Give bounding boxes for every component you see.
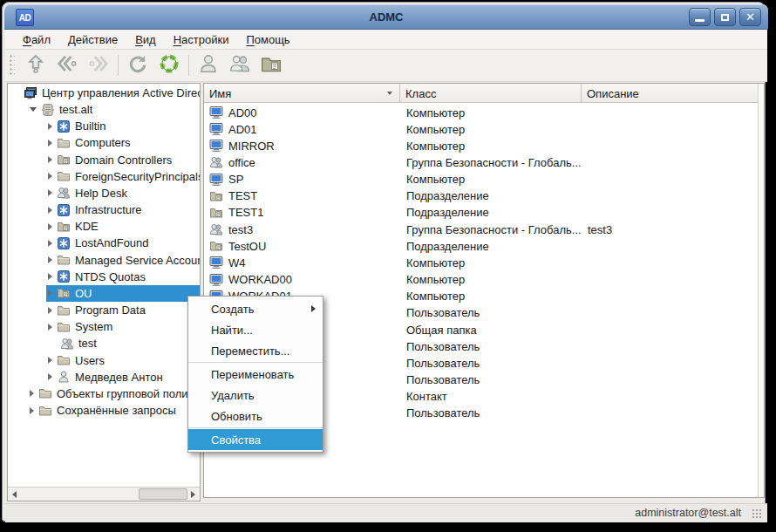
tree-horizontal-scrollbar[interactable] bbox=[8, 487, 200, 501]
minimize-button[interactable] bbox=[689, 8, 711, 26]
menu-item-properties[interactable]: Свойства bbox=[188, 429, 323, 450]
expander-collapsed-icon[interactable] bbox=[48, 140, 52, 147]
tree-item-infrastructure[interactable]: Infrastructure bbox=[8, 201, 200, 218]
create-ou-button[interactable] bbox=[255, 51, 287, 79]
tree-item-медведев-антон[interactable]: Медведев Антон bbox=[8, 369, 200, 385]
refresh-button[interactable] bbox=[122, 51, 153, 79]
expander-collapsed-icon[interactable] bbox=[48, 273, 52, 280]
arrow-right-icon bbox=[191, 491, 195, 498]
results-scrollbar-gutter[interactable] bbox=[758, 84, 764, 497]
table-row-w4[interactable]: W4Компьютер bbox=[204, 255, 759, 271]
tree-item-help-desk[interactable]: Help Desk bbox=[8, 185, 200, 201]
table-row-ad00[interactable]: AD00Компьютер bbox=[204, 105, 759, 121]
table-row-ad01[interactable]: AD01Компьютер bbox=[204, 121, 759, 138]
tree-item-kde[interactable]: KDE bbox=[8, 218, 200, 235]
forward-button[interactable] bbox=[83, 51, 114, 79]
tree-item-lostandfound[interactable]: LostAndFound bbox=[8, 235, 200, 251]
logged-in-user: administrator@test.alt bbox=[635, 507, 741, 519]
table-row-mirror[interactable]: MIRRORКомпьютер bbox=[204, 138, 759, 154]
table-row-workad00[interactable]: WORKAD00Компьютер bbox=[204, 271, 759, 288]
expander-collapsed-icon[interactable] bbox=[30, 407, 34, 414]
tree-item-managed-service-accounts[interactable]: Managed Service Accounts bbox=[8, 252, 200, 269]
expander-collapsed-icon[interactable] bbox=[48, 223, 52, 230]
menubar-item-file[interactable]: Файл bbox=[16, 31, 58, 48]
tree-item-test[interactable]: test bbox=[8, 335, 200, 351]
cell-class: Компьютер bbox=[406, 256, 465, 269]
tree-item-ntds-quotas[interactable]: NTDS Quotas bbox=[8, 269, 200, 285]
tree-item-label: LostAndFound bbox=[75, 236, 149, 249]
forward-icon bbox=[87, 52, 110, 78]
tree-item-program-data[interactable]: Program Data bbox=[8, 302, 200, 318]
tree-item-system[interactable]: System bbox=[8, 318, 200, 335]
expander-collapsed-icon[interactable] bbox=[48, 156, 52, 163]
expander-collapsed-icon[interactable] bbox=[48, 324, 52, 331]
cell-name: W4 bbox=[228, 256, 246, 269]
menubar-item-help[interactable]: Помощь bbox=[239, 31, 296, 48]
expander-collapsed-icon[interactable] bbox=[48, 207, 52, 214]
expander-expanded-icon[interactable] bbox=[30, 107, 37, 112]
create-user-button[interactable] bbox=[193, 51, 224, 79]
computer-icon bbox=[209, 106, 223, 119]
go-up-button[interactable] bbox=[20, 51, 51, 79]
expander-collapsed-icon[interactable] bbox=[48, 373, 52, 380]
table-row-office[interactable]: officeГруппа Безопасности - Глобаль... bbox=[204, 154, 759, 171]
tree-item-domain-controllers[interactable]: Domain Controllers bbox=[8, 152, 200, 168]
tree-item-label: Help Desk bbox=[75, 187, 127, 200]
table-row-test1[interactable]: TEST1Подразделение bbox=[204, 204, 759, 221]
tree-item-ou[interactable]: OU bbox=[8, 285, 200, 302]
expander-collapsed-icon[interactable] bbox=[30, 390, 34, 397]
domain-icon bbox=[41, 103, 55, 117]
scroll-left-button[interactable] bbox=[8, 488, 21, 501]
column-header-name[interactable]: Имя bbox=[204, 84, 400, 103]
expander-collapsed-icon[interactable] bbox=[48, 307, 52, 314]
expander-collapsed-icon[interactable] bbox=[48, 357, 52, 364]
create-user-icon bbox=[197, 52, 220, 78]
menu-item-refresh[interactable]: Обновить bbox=[188, 406, 323, 426]
cell-class: Подразделение bbox=[406, 206, 489, 219]
close-button[interactable]: ✕ bbox=[739, 8, 761, 26]
tree-item-foreignsecurityprincipals[interactable]: ForeignSecurityPrincipals bbox=[8, 168, 200, 185]
menu-item-rename[interactable]: Переименовать bbox=[188, 364, 323, 385]
tree-item-label: Builtin bbox=[75, 119, 106, 133]
table-row-sp[interactable]: SPКомпьютер bbox=[204, 171, 759, 188]
expander-collapsed-icon[interactable] bbox=[48, 256, 52, 263]
expander-collapsed-icon[interactable] bbox=[48, 290, 52, 297]
tree-item-builtin[interactable]: Builtin bbox=[8, 118, 200, 134]
titlebar[interactable]: AD ADMC ✕ bbox=[4, 4, 768, 30]
expander-collapsed-icon[interactable] bbox=[48, 240, 52, 247]
table-row-test[interactable]: TESTПодразделение bbox=[204, 188, 759, 204]
cell-description: test3 bbox=[588, 223, 612, 236]
back-button[interactable] bbox=[51, 51, 83, 79]
expander-collapsed-icon[interactable] bbox=[48, 123, 52, 130]
scroll-right-button[interactable] bbox=[187, 488, 200, 501]
tree-item-центр-управления-active-directo[interactable]: Центр управления Active Directo bbox=[8, 85, 200, 101]
menu-item-find[interactable]: Найти... bbox=[188, 319, 323, 340]
submenu-arrow-icon bbox=[311, 305, 316, 312]
menu-separator bbox=[188, 362, 323, 363]
tree-item-computers[interactable]: Computers bbox=[8, 134, 200, 151]
maximize-button[interactable] bbox=[714, 8, 736, 26]
menu-item-delete[interactable]: Удалить bbox=[188, 385, 323, 406]
menu-item-create[interactable]: Создать bbox=[188, 298, 323, 319]
toolbar-drag-handle[interactable] bbox=[9, 54, 15, 77]
options-button[interactable] bbox=[153, 51, 185, 79]
menu-item-move[interactable]: Переместить... bbox=[188, 340, 323, 361]
menubar-item-settings[interactable]: Настройки bbox=[167, 31, 236, 48]
tree-item-объекты-групповой-полит[interactable]: Объекты групповой полит bbox=[8, 385, 200, 402]
column-header-label: Класс bbox=[405, 87, 436, 100]
expander-collapsed-icon[interactable] bbox=[48, 189, 52, 196]
menubar-item-view[interactable]: Вид bbox=[128, 31, 163, 48]
expander-collapsed-icon[interactable] bbox=[48, 173, 52, 180]
column-header-class[interactable]: Класс bbox=[400, 84, 582, 103]
group-icon bbox=[209, 222, 223, 236]
resize-grip[interactable] bbox=[752, 508, 762, 519]
create-group-button[interactable] bbox=[224, 51, 255, 79]
table-row-test3[interactable]: test3Группа Безопасности - Глобаль...tes… bbox=[204, 222, 759, 238]
menubar-item-action[interactable]: Действие bbox=[61, 31, 125, 48]
scrollbar-thumb[interactable] bbox=[139, 488, 187, 500]
column-header-description[interactable]: Описание bbox=[582, 84, 759, 103]
tree-item-сохранённые-запросы[interactable]: Сохранённые запросы bbox=[8, 402, 200, 419]
table-row-testou[interactable]: TestOUПодразделение bbox=[204, 238, 759, 255]
tree-item-users[interactable]: Users bbox=[8, 352, 200, 369]
tree-item-test.alt[interactable]: test.alt bbox=[8, 101, 200, 118]
